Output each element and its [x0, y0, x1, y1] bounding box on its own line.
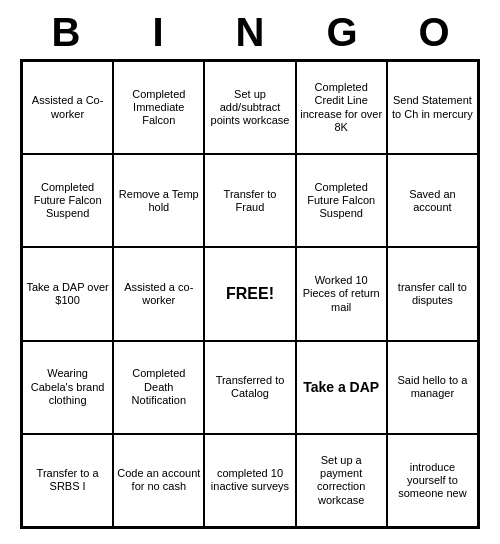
bingo-cell-5: Completed Future Falcon Suspend — [22, 154, 113, 247]
bingo-grid: Assisted a Co-workerCompleted Immediate … — [20, 59, 480, 529]
bingo-cell-11: Assisted a co-worker — [113, 247, 204, 340]
bingo-cell-0: Assisted a Co-worker — [22, 61, 113, 154]
bingo-cell-7: Transfer to Fraud — [204, 154, 295, 247]
bingo-cell-23: Set up a payment correction workcase — [296, 434, 387, 527]
bingo-cell-16: Completed Death Notification — [113, 341, 204, 434]
bingo-title: BINGO — [20, 10, 480, 55]
bingo-letter-i: I — [114, 10, 202, 55]
bingo-letter-g: G — [298, 10, 386, 55]
bingo-cell-13: Worked 10 Pieces of return mail — [296, 247, 387, 340]
bingo-letter-n: N — [206, 10, 294, 55]
bingo-cell-17: Transferred to Catalog — [204, 341, 295, 434]
bingo-cell-20: Transfer to a SRBS I — [22, 434, 113, 527]
bingo-cell-1: Completed Immediate Falcon — [113, 61, 204, 154]
bingo-cell-3: Completed Credit Line increase for over … — [296, 61, 387, 154]
bingo-letter-b: B — [22, 10, 110, 55]
bingo-cell-4: Send Statement to Ch in mercury — [387, 61, 478, 154]
bingo-cell-12: FREE! — [204, 247, 295, 340]
bingo-cell-18: Take a DAP — [296, 341, 387, 434]
bingo-cell-24: introduce yourself to someone new — [387, 434, 478, 527]
bingo-cell-2: Set up add/subtract points workcase — [204, 61, 295, 154]
bingo-cell-9: Saved an account — [387, 154, 478, 247]
bingo-letter-o: O — [390, 10, 478, 55]
bingo-cell-6: Remove a Temp hold — [113, 154, 204, 247]
bingo-cell-8: Completed Future Falcon Suspend — [296, 154, 387, 247]
bingo-cell-10: Take a DAP over $100 — [22, 247, 113, 340]
bingo-cell-19: Said hello to a manager — [387, 341, 478, 434]
bingo-cell-22: completed 10 inactive surveys — [204, 434, 295, 527]
bingo-cell-21: Code an account for no cash — [113, 434, 204, 527]
bingo-cell-15: Wearing Cabela's brand clothing — [22, 341, 113, 434]
bingo-cell-14: transfer call to disputes — [387, 247, 478, 340]
